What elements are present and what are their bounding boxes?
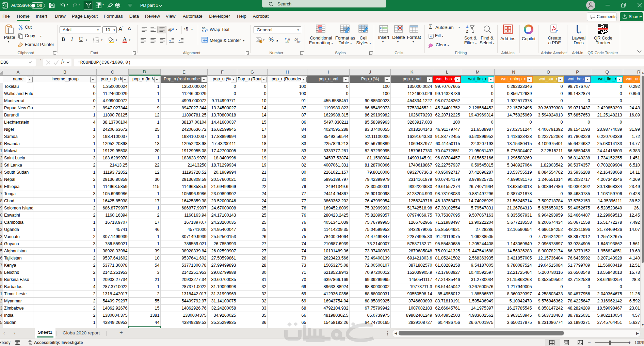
svg-text:.00: .00 bbox=[285, 40, 289, 43]
svg-text:Z: Z bbox=[466, 29, 468, 33]
svg-text:c: c bbox=[202, 29, 204, 33]
svg-text:QR.Code.Tracker: QR.Code.Tracker bbox=[599, 29, 609, 30]
svg-text:A: A bbox=[466, 25, 469, 29]
svg-text:ab: ab bbox=[168, 27, 172, 31]
